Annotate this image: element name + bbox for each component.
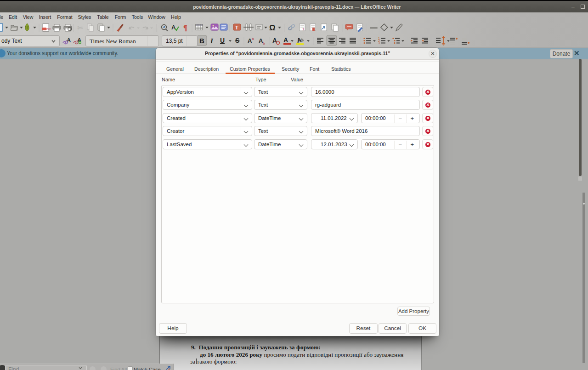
svg-text:A: A — [171, 24, 176, 31]
svg-text:I: I — [210, 37, 214, 45]
svg-text:b: b — [263, 41, 265, 46]
svg-text:3: 3 — [378, 41, 380, 45]
svg-text:B: B — [199, 37, 204, 45]
svg-text:✄: ✄ — [77, 24, 83, 32]
svg-text:A: A — [283, 36, 288, 44]
svg-text:U: U — [220, 37, 225, 44]
svg-text:T: T — [235, 25, 238, 30]
svg-text:Ω: Ω — [269, 23, 276, 32]
svg-text:PDF: PDF — [46, 28, 51, 30]
svg-text:b: b — [252, 37, 254, 41]
svg-text:S: S — [235, 37, 239, 44]
svg-text:1: 1 — [302, 27, 305, 31]
svg-text:¶: ¶ — [183, 24, 187, 32]
